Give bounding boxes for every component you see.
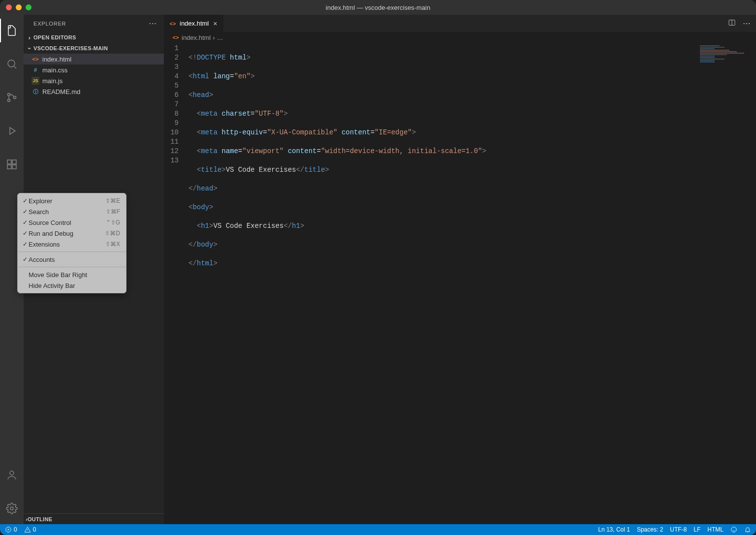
close-tab-icon[interactable]: × bbox=[212, 20, 219, 28]
file-name: main.js bbox=[42, 77, 63, 85]
search-activity-icon[interactable] bbox=[0, 52, 24, 76]
warnings-count: 0 bbox=[33, 526, 36, 533]
line-number: 3 bbox=[164, 63, 179, 72]
shortcut: ⇧⌘X bbox=[105, 241, 120, 248]
line-number: 1 bbox=[164, 44, 179, 53]
status-notifications-icon[interactable] bbox=[744, 526, 751, 533]
svg-rect-5 bbox=[7, 165, 11, 169]
breadcrumb-sep: › bbox=[213, 34, 215, 41]
file-item-readme[interactable]: ⓘ README.md bbox=[24, 86, 164, 97]
line-number: 6 bbox=[164, 91, 179, 100]
explorer-activity-icon[interactable] bbox=[0, 19, 24, 42]
status-feedback-icon[interactable] bbox=[730, 526, 737, 533]
folder-section[interactable]: › VSCODE-EXERCISES-MAIN bbox=[24, 43, 164, 54]
split-editor-icon[interactable] bbox=[728, 19, 736, 29]
file-name: README.md bbox=[42, 88, 80, 95]
maximize-window-button[interactable] bbox=[26, 4, 32, 10]
tab-label: index.html bbox=[180, 20, 209, 27]
context-item-hide-activity-bar[interactable]: Hide Activity Bar bbox=[18, 280, 126, 291]
file-name: main.css bbox=[42, 66, 67, 74]
line-number: 13 bbox=[164, 156, 179, 165]
source-control-activity-icon[interactable] bbox=[0, 86, 24, 109]
code-lines[interactable]: <!DOCTYPE html> <html lang="en"> <head> … bbox=[189, 44, 756, 524]
line-number: 5 bbox=[164, 81, 179, 91]
context-item-search[interactable]: ✓Search ⇧⌘F bbox=[18, 206, 126, 217]
tabs-row: <> index.html × ⋯ bbox=[164, 15, 756, 32]
svg-point-2 bbox=[8, 99, 10, 102]
line-number: 7 bbox=[164, 100, 179, 109]
editor-more-icon[interactable]: ⋯ bbox=[743, 19, 751, 28]
file-item-index-html[interactable]: <> index.html bbox=[24, 54, 164, 64]
file-item-main-css[interactable]: # main.css bbox=[24, 64, 164, 75]
status-spaces[interactable]: Spaces: 2 bbox=[637, 526, 663, 533]
js-file-icon: JS bbox=[32, 77, 39, 85]
info-file-icon: ⓘ bbox=[32, 88, 39, 95]
status-errors[interactable]: 0 bbox=[5, 526, 17, 533]
svg-point-9 bbox=[10, 507, 13, 510]
check-icon: ✓ bbox=[22, 230, 29, 237]
run-debug-activity-icon[interactable] bbox=[0, 119, 24, 143]
context-item-move-sidebar[interactable]: Move Side Bar Right bbox=[18, 269, 126, 280]
file-name: index.html bbox=[42, 56, 71, 63]
shortcut: ⌃⇧G bbox=[106, 219, 120, 226]
settings-gear-icon[interactable] bbox=[0, 497, 24, 520]
svg-rect-6 bbox=[12, 165, 16, 169]
context-item-extensions[interactable]: ✓Extensions ⇧⌘X bbox=[18, 239, 126, 250]
minimize-window-button[interactable] bbox=[16, 4, 22, 10]
accounts-activity-icon[interactable] bbox=[0, 463, 24, 487]
svg-point-0 bbox=[8, 60, 15, 67]
line-number: 9 bbox=[164, 119, 179, 128]
breadcrumb[interactable]: <> index.html › … bbox=[164, 32, 756, 43]
titlebar: index.html — vscode-exercises-main bbox=[0, 0, 756, 15]
tab-index-html[interactable]: <> index.html × bbox=[164, 15, 224, 32]
minimap[interactable] bbox=[700, 45, 749, 65]
open-editors-section[interactable]: › OPEN EDITORS bbox=[24, 32, 164, 43]
activity-bar-context-menu: ✓Explorer ⇧⌘E ✓Search ⇧⌘F ✓Source Contro… bbox=[17, 193, 126, 293]
context-item-explorer[interactable]: ✓Explorer ⇧⌘E bbox=[18, 195, 126, 206]
html-file-icon: <> bbox=[32, 55, 39, 63]
close-window-button[interactable] bbox=[6, 4, 12, 10]
check-icon: ✓ bbox=[22, 219, 29, 226]
file-item-main-js[interactable]: JS main.js bbox=[24, 75, 164, 86]
svg-point-1 bbox=[8, 94, 10, 96]
shortcut: ⇧⌘D bbox=[105, 230, 120, 237]
check-icon: ✓ bbox=[22, 197, 29, 204]
chevron-down-icon: › bbox=[26, 44, 33, 52]
svg-rect-4 bbox=[7, 160, 11, 164]
check-icon: ✓ bbox=[22, 208, 29, 215]
check-icon: ✓ bbox=[22, 256, 29, 263]
sidebar-more-icon[interactable]: ⋯ bbox=[149, 19, 157, 28]
outline-section[interactable]: › OUTLINE bbox=[24, 513, 164, 524]
svg-point-3 bbox=[14, 96, 16, 99]
context-item-source-control[interactable]: ✓Source Control ⌃⇧G bbox=[18, 217, 126, 228]
status-eol[interactable]: LF bbox=[693, 526, 700, 533]
sidebar-header: EXPLORER ⋯ bbox=[24, 15, 164, 32]
code-editor[interactable]: 1 2 3 4 5 6 7 8 9 10 11 12 13 <!DOCTYPE … bbox=[164, 43, 756, 524]
open-editors-label: OPEN EDITORS bbox=[33, 34, 76, 40]
status-lncol[interactable]: Ln 13, Col 1 bbox=[598, 526, 630, 533]
check-icon: ✓ bbox=[22, 241, 29, 248]
status-language[interactable]: HTML bbox=[707, 526, 724, 533]
line-number: 8 bbox=[164, 109, 179, 119]
window-controls bbox=[0, 4, 32, 10]
status-bar: 0 0 Ln 13, Col 1 Spaces: 2 UTF-8 LF HTML bbox=[0, 524, 756, 535]
html-file-icon: <> bbox=[169, 20, 177, 28]
context-separator bbox=[18, 252, 126, 252]
status-encoding[interactable]: UTF-8 bbox=[670, 526, 687, 533]
outline-label: OUTLINE bbox=[28, 516, 52, 522]
svg-point-12 bbox=[731, 527, 737, 533]
shortcut: ⇧⌘E bbox=[105, 197, 120, 204]
breadcrumb-rest: … bbox=[217, 34, 223, 41]
line-gutter: 1 2 3 4 5 6 7 8 9 10 11 12 13 bbox=[164, 44, 189, 524]
status-warnings[interactable]: 0 bbox=[24, 526, 36, 533]
extensions-activity-icon[interactable] bbox=[0, 153, 24, 176]
css-file-icon: # bbox=[32, 66, 39, 74]
errors-count: 0 bbox=[14, 526, 17, 533]
svg-point-8 bbox=[10, 471, 14, 475]
line-number: 11 bbox=[164, 137, 179, 147]
context-item-accounts[interactable]: ✓Accounts bbox=[18, 254, 126, 265]
context-item-run-debug[interactable]: ✓Run and Debug ⇧⌘D bbox=[18, 228, 126, 239]
breadcrumb-file: index.html bbox=[182, 34, 211, 41]
context-separator bbox=[18, 267, 126, 267]
folder-label: VSCODE-EXERCISES-MAIN bbox=[33, 45, 108, 51]
